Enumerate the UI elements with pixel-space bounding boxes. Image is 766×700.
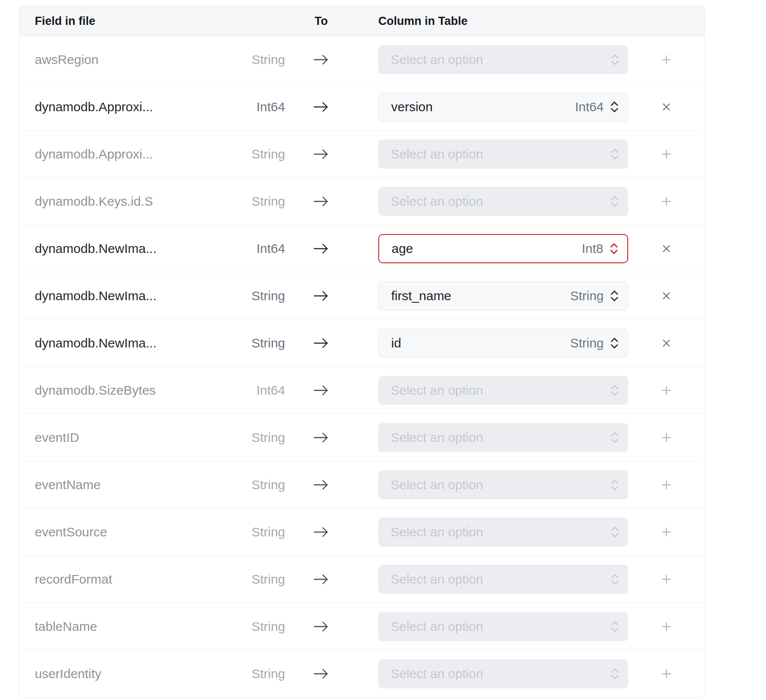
mapping-row: dynamodb.Approxi... String Select an opt… xyxy=(19,131,705,178)
plus-icon xyxy=(662,527,671,537)
mapping-row: awsRegion String Select an option xyxy=(19,36,705,83)
column-select[interactable]: Select an option xyxy=(378,376,628,405)
column-select[interactable]: Select an option xyxy=(378,140,628,169)
field-type: String xyxy=(249,572,285,587)
arrow-right-icon xyxy=(285,195,357,207)
field-name: eventSource xyxy=(35,525,249,539)
field-type: String xyxy=(249,430,285,445)
column-select-type: Int64 xyxy=(575,100,604,114)
close-icon xyxy=(662,244,671,253)
plus-icon xyxy=(662,480,671,490)
column-select[interactable]: age Int8 xyxy=(378,234,628,263)
mapping-row: dynamodb.Keys.id.S String Select an opti… xyxy=(19,178,705,225)
header-to: To xyxy=(285,15,357,28)
field-name: dynamodb.NewIma... xyxy=(35,241,249,256)
arrow-right-icon xyxy=(285,432,357,444)
column-select-type: String xyxy=(570,289,604,303)
field-name: dynamodb.Approxi... xyxy=(35,100,249,114)
arrow-right-icon xyxy=(285,573,357,585)
column-select[interactable]: Select an option xyxy=(378,612,628,641)
add-mapping-button[interactable] xyxy=(657,523,676,542)
mapping-row: dynamodb.NewIma... Int64 age Int8 xyxy=(19,225,705,272)
mapping-row: dynamodb.NewIma... String first_name Str… xyxy=(19,272,705,320)
unfold-chevrons-icon xyxy=(610,289,619,302)
add-mapping-button[interactable] xyxy=(657,617,676,636)
unfold-chevrons-icon xyxy=(610,195,620,208)
field-type: String xyxy=(249,336,285,350)
arrow-right-icon xyxy=(285,526,357,538)
unfold-chevrons-icon xyxy=(610,100,619,113)
column-select[interactable]: Select an option xyxy=(378,517,628,547)
column-select-value: Select an option xyxy=(391,478,604,492)
header-field-in-file: Field in file xyxy=(35,15,249,28)
column-select[interactable]: Select an option xyxy=(378,659,628,688)
field-type: Int64 xyxy=(249,241,285,256)
field-type: String xyxy=(249,194,285,209)
arrow-right-icon xyxy=(285,101,357,113)
unfold-chevrons-icon xyxy=(610,337,619,350)
mapping-row: eventSource String Select an option xyxy=(19,508,705,556)
column-select[interactable]: id String xyxy=(378,329,628,358)
mapping-row: eventName String Select an option xyxy=(19,461,705,508)
column-select[interactable]: Select an option xyxy=(378,187,628,216)
add-mapping-button[interactable] xyxy=(657,145,676,164)
column-select-value: version xyxy=(391,100,575,114)
unfold-chevrons-icon xyxy=(610,148,620,161)
mapping-row: dynamodb.SizeBytes Int64 Select an optio… xyxy=(19,367,705,414)
column-select-value: Select an option xyxy=(391,572,604,587)
field-name: eventName xyxy=(35,478,249,492)
mapping-row: eventID String Select an option xyxy=(19,414,705,461)
column-select[interactable]: Select an option xyxy=(378,470,628,499)
add-mapping-button[interactable] xyxy=(657,664,676,683)
field-type: String xyxy=(249,619,285,634)
add-mapping-button[interactable] xyxy=(657,381,676,400)
mapping-row: recordFormat String Select an option xyxy=(19,556,705,603)
column-select[interactable]: Select an option xyxy=(378,423,628,452)
add-mapping-button[interactable] xyxy=(657,192,676,211)
unfold-chevrons-icon xyxy=(610,526,620,539)
remove-mapping-button[interactable] xyxy=(657,286,676,305)
field-type: String xyxy=(249,478,285,492)
column-select-value: first_name xyxy=(391,289,570,303)
column-select[interactable]: version Int64 xyxy=(378,92,628,122)
column-select[interactable]: first_name String xyxy=(378,281,628,310)
remove-mapping-button[interactable] xyxy=(657,239,676,258)
header-column-in-table: Column in Table xyxy=(378,15,468,28)
column-select[interactable]: Select an option xyxy=(378,45,628,74)
arrow-right-icon xyxy=(285,337,357,349)
unfold-chevrons-icon xyxy=(610,431,620,444)
plus-icon xyxy=(662,386,671,395)
field-name: recordFormat xyxy=(35,572,249,587)
add-mapping-button[interactable] xyxy=(657,428,676,447)
close-icon xyxy=(662,292,671,300)
plus-icon xyxy=(662,149,671,159)
remove-mapping-button[interactable] xyxy=(657,97,676,116)
plus-icon xyxy=(662,433,671,442)
field-name: dynamodb.NewIma... xyxy=(35,289,249,303)
unfold-chevrons-icon xyxy=(610,478,620,491)
arrow-right-icon xyxy=(285,384,357,396)
column-select-value: id xyxy=(391,336,570,350)
remove-mapping-button[interactable] xyxy=(657,334,676,353)
field-mapping-table: Field in file To Column in Table awsRegi… xyxy=(19,6,705,698)
column-select[interactable]: Select an option xyxy=(378,565,628,594)
field-name: dynamodb.Keys.id.S xyxy=(35,194,249,209)
table-header: Field in file To Column in Table xyxy=(19,6,705,36)
mapping-row: tableName String Select an option xyxy=(19,603,705,650)
column-select-value: Select an option xyxy=(391,52,604,67)
arrow-right-icon xyxy=(285,479,357,491)
field-type: Int64 xyxy=(249,383,285,398)
column-select-value: Select an option xyxy=(391,147,604,161)
column-select-value: Select an option xyxy=(391,430,604,445)
field-name: dynamodb.SizeBytes xyxy=(35,383,249,398)
arrow-right-icon xyxy=(285,54,357,66)
field-type: Int64 xyxy=(249,100,285,114)
field-name: eventID xyxy=(35,430,249,445)
add-mapping-button[interactable] xyxy=(657,570,676,589)
add-mapping-button[interactable] xyxy=(657,475,676,494)
arrow-right-icon xyxy=(285,668,357,680)
field-type: String xyxy=(249,289,285,303)
add-mapping-button[interactable] xyxy=(657,50,676,69)
field-name: tableName xyxy=(35,619,249,634)
field-name: dynamodb.Approxi... xyxy=(35,147,249,161)
